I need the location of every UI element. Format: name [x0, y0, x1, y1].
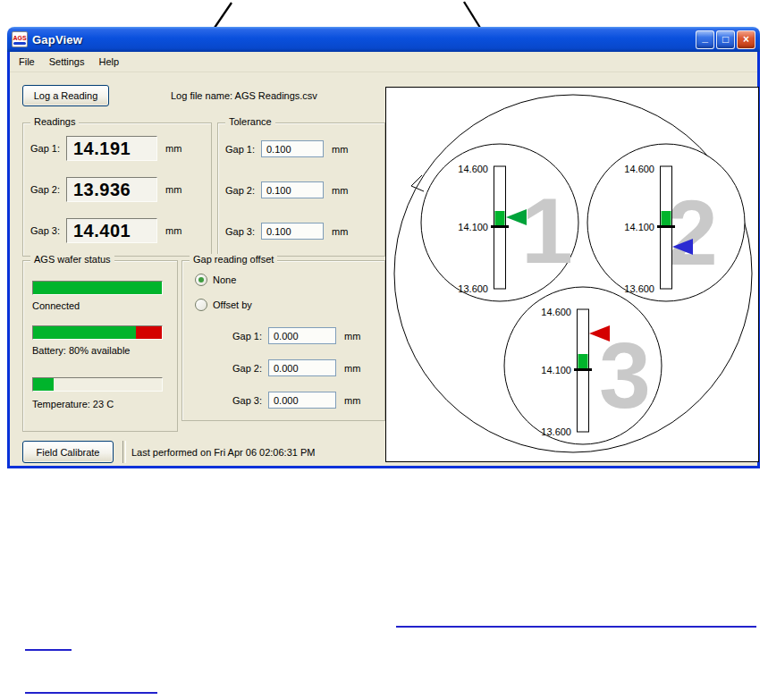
- app-icon: AGS: [12, 31, 28, 47]
- field-calibrate-button[interactable]: Field Calibrate: [22, 441, 114, 463]
- offset-gap3-field[interactable]: 0.000: [268, 392, 336, 409]
- gauge-1-nominal-tick: [491, 225, 509, 228]
- close-button[interactable]: ×: [737, 30, 755, 49]
- site-number-1: 1: [521, 179, 573, 283]
- hyperlink-underline-3[interactable]: [25, 692, 157, 694]
- battery-bar: [32, 325, 163, 340]
- tolerance-group: Tolerance Gap 1: 0.100 mm Gap 2: 0.100 m…: [217, 122, 385, 257]
- hyperlink-underline-1[interactable]: [396, 626, 756, 628]
- wafer-status-group: AGS wafer status Connected Battery: 80% …: [22, 260, 178, 432]
- gauge-3-scale-mid: 14.100: [541, 365, 571, 375]
- tolerance-gap3-field[interactable]: 0.100: [261, 223, 324, 240]
- gauge-2-scale-min: 13.600: [624, 283, 654, 294]
- temperature-bar: [32, 377, 163, 392]
- offset-gap1-label: Gap 1:: [232, 331, 268, 342]
- offset-none-label: None: [213, 274, 236, 285]
- tolerance-gap2-unit: mm: [332, 185, 348, 196]
- window-title: GapView: [32, 33, 82, 46]
- tolerance-group-title: Tolerance: [225, 116, 275, 127]
- offset-group-title: Gap reading offset: [190, 254, 277, 265]
- offset-gap2-label: Gap 2:: [232, 363, 268, 374]
- gauge-3-nominal-tick: [574, 368, 592, 371]
- reading-gap3-value: 14.401: [66, 218, 157, 243]
- reading-gap2-label: Gap 2:: [30, 184, 66, 195]
- offset-gap2-unit: mm: [344, 363, 360, 374]
- gauge-2-scale-mid: 14.100: [624, 222, 654, 232]
- tolerance-gap3-label: Gap 3:: [225, 226, 261, 237]
- gauge-2-nominal-tick: [657, 225, 675, 228]
- reading-gap1-unit: mm: [165, 143, 181, 154]
- offset-by-radio[interactable]: [195, 299, 207, 311]
- connection-status-label: Connected: [32, 300, 80, 311]
- tolerance-gap2-label: Gap 2:: [225, 185, 261, 196]
- readings-group-title: Readings: [30, 116, 79, 127]
- offset-by-label: Offset by: [213, 299, 252, 310]
- tolerance-gap2-field[interactable]: 0.100: [261, 181, 324, 198]
- client-area: Log a Reading Log file name: AGS Reading…: [10, 72, 757, 468]
- temperature-status-label: Temperature: 23 C: [32, 399, 114, 409]
- offset-gap1-field[interactable]: 0.000: [268, 327, 336, 344]
- gauge-3-scale-min: 13.600: [541, 426, 571, 437]
- gauge-3-scale-max: 14.600: [541, 307, 571, 317]
- window-body: File Settings Help Log a Reading Log fil…: [7, 52, 760, 468]
- reading-gap1-label: Gap 1:: [30, 143, 66, 154]
- minimize-button[interactable]: _: [696, 30, 714, 49]
- gauge-1-scale-min: 13.600: [458, 283, 488, 294]
- offset-gap3-label: Gap 3:: [232, 395, 268, 406]
- gauge-2-scale-max: 14.600: [624, 164, 654, 174]
- readings-group: Readings Gap 1: 14.191 mm Gap 2: 13.936 …: [22, 122, 212, 257]
- battery-status-label: Battery: 80% available: [32, 345, 130, 356]
- battery-bar-remainder: [136, 326, 162, 339]
- offset-gap3-unit: mm: [344, 395, 360, 406]
- reading-gap3-label: Gap 3:: [30, 225, 66, 236]
- connection-bar: [32, 281, 163, 295]
- connection-bar-fill: [33, 282, 162, 294]
- menu-file[interactable]: File: [12, 54, 42, 70]
- wafer-panel: 1 2 3 14.600 14.100 13.600: [385, 87, 759, 462]
- reading-gap1-value: 14.191: [66, 136, 157, 161]
- tolerance-gap1-label: Gap 1:: [225, 144, 261, 155]
- tolerance-gap1-field[interactable]: 0.100: [261, 140, 324, 157]
- wafer-diagram: 1 2 3 14.600 14.100 13.600: [386, 88, 758, 461]
- site-number-2: 2: [666, 181, 718, 284]
- reading-gap2-value: 13.936: [66, 177, 157, 202]
- maximize-button[interactable]: □: [716, 30, 735, 49]
- menu-settings[interactable]: Settings: [42, 54, 92, 70]
- log-reading-button[interactable]: Log a Reading: [22, 85, 109, 106]
- offset-gap2-field[interactable]: 0.000: [268, 359, 336, 376]
- wafer-status-group-title: AGS wafer status: [30, 254, 114, 265]
- log-file-label: Log file name: AGS Readings.csv: [171, 90, 317, 101]
- menu-help[interactable]: Help: [91, 54, 126, 70]
- tolerance-gap1-unit: mm: [332, 144, 348, 155]
- titlebar[interactable]: AGS GapView _ □ ×: [7, 27, 760, 52]
- gauge-1-scale-mid: 14.100: [458, 222, 488, 232]
- reading-gap2-unit: mm: [165, 184, 181, 195]
- battery-bar-fill: [33, 326, 136, 339]
- temperature-bar-fill: [33, 378, 54, 391]
- reading-gap3-unit: mm: [165, 225, 181, 236]
- menubar: File Settings Help: [10, 52, 757, 72]
- offset-gap1-unit: mm: [344, 331, 360, 342]
- offset-none-radio[interactable]: [195, 274, 207, 286]
- hyperlink-underline-2[interactable]: [25, 649, 72, 651]
- calibrate-status-label: Last performed on Fri Apr 06 02:06:31 PM: [131, 447, 315, 458]
- gapview-window: AGS GapView _ □ × File Settings Help Log…: [7, 27, 760, 468]
- gauge-1-scale-max: 14.600: [458, 164, 488, 174]
- offset-group: Gap reading offset None Offset by Gap 1:…: [181, 260, 385, 421]
- tolerance-gap3-unit: mm: [332, 226, 348, 237]
- calibrate-divider: [122, 441, 126, 463]
- page: AGS GapView _ □ × File Settings Help Log…: [0, 0, 768, 700]
